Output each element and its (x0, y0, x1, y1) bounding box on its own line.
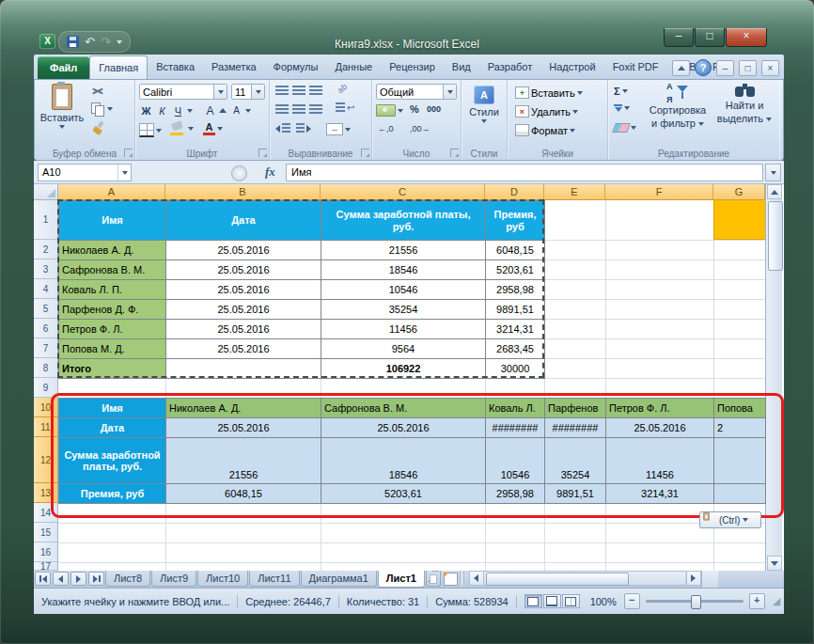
insert-function-icon[interactable]: fx (265, 165, 275, 180)
table1-cell[interactable]: 21556 (321, 241, 486, 260)
view-page-layout-button[interactable] (543, 594, 561, 608)
cut-button[interactable] (91, 86, 104, 97)
align-right-button[interactable] (309, 104, 322, 115)
table2-cell[interactable]: ######## (486, 418, 545, 438)
align-bottom-button[interactable] (309, 86, 322, 96)
tab-review[interactable]: Рецензир (381, 55, 444, 79)
column-header-b[interactable]: B (165, 184, 321, 200)
row-header[interactable]: 9 (34, 378, 58, 398)
tab-formulas[interactable]: Формулы (265, 55, 327, 79)
table1-cell[interactable]: 2958,98 (486, 280, 545, 300)
table1-total-cell[interactable]: 30000 (486, 359, 545, 379)
cell-g1[interactable] (713, 200, 765, 240)
sheet-tab[interactable]: Диаграмма1 (301, 571, 377, 587)
table2-cell[interactable]: 25.05.2016 (321, 418, 486, 438)
sheet-tab[interactable]: Лист10 (197, 571, 248, 587)
prev-sheet-icon[interactable] (53, 572, 69, 586)
table1-cell[interactable]: 3214,31 (486, 320, 545, 339)
bold-button[interactable]: Ж (139, 103, 153, 118)
name-box-dropdown-icon[interactable] (117, 165, 131, 181)
scroll-down-icon[interactable] (767, 556, 782, 571)
number-format-combo[interactable]: Общий (376, 84, 457, 100)
view-normal-button[interactable] (524, 594, 542, 608)
column-header-e[interactable]: E (544, 184, 605, 200)
align-top-button[interactable] (275, 86, 289, 96)
orientation-button[interactable]: ab (336, 82, 349, 95)
sheet-tab[interactable]: Л (426, 571, 441, 587)
tab-home[interactable]: Главная (89, 55, 148, 79)
table1-cell[interactable]: 25.05.2016 (166, 339, 321, 359)
zoom-level[interactable]: 100% (590, 596, 617, 607)
table2-cell[interactable]: 11456 (606, 438, 714, 484)
sort-filter-button[interactable]: АЯ Сортировка и фильтр (644, 84, 712, 144)
table2-cell[interactable]: 10546 (486, 438, 545, 484)
minimize-ribbon-icon[interactable] (672, 60, 690, 76)
row-header[interactable]: 6 (34, 319, 58, 338)
help-icon[interactable]: ? (695, 59, 712, 76)
table2-cell[interactable]: 21556 (166, 438, 321, 484)
table2-cell[interactable]: Николаев А. Д. (166, 399, 321, 418)
paste-button[interactable]: Вставить (40, 84, 84, 144)
table1-cell[interactable]: Коваль Л. П. (59, 280, 166, 300)
row-header[interactable]: 1 (34, 200, 58, 240)
row-header[interactable]: 17 (34, 562, 58, 571)
paste-options-button[interactable]: (Ctrl) (699, 511, 761, 528)
alignment-dialog-launcher-icon[interactable] (361, 149, 369, 157)
font-size-combo[interactable]: 11 (231, 84, 265, 100)
row-header[interactable]: 3 (34, 259, 58, 279)
shrink-font-button[interactable]: А (229, 103, 251, 118)
table2-cell[interactable]: 5203,61 (321, 484, 486, 504)
tab-addins[interactable]: Надстрой (540, 55, 603, 79)
number-dialog-launcher-icon[interactable] (450, 149, 459, 157)
table2-cell[interactable]: 2958,98 (486, 484, 545, 504)
table2-label[interactable]: Дата (59, 418, 166, 438)
decrease-indent-button[interactable] (275, 123, 290, 134)
table1-cell[interactable]: 25.05.2016 (166, 280, 321, 300)
table2-cell[interactable] (714, 438, 766, 484)
last-sheet-icon[interactable] (88, 572, 104, 586)
increase-indent-button[interactable] (296, 123, 311, 134)
zoom-in-button[interactable]: + (749, 593, 765, 609)
formula-input[interactable]: Имя (286, 164, 763, 181)
table2-cell[interactable]: ######## (545, 418, 606, 438)
table1-cell[interactable]: 9564 (321, 339, 486, 359)
table1-cell[interactable]: Парфенов Д. Ф. (59, 300, 166, 320)
view-page-break-button[interactable] (562, 594, 580, 608)
column-header-c[interactable]: C (321, 184, 485, 200)
scroll-right-icon[interactable] (686, 571, 701, 586)
table1-cell[interactable]: 35254 (321, 300, 486, 320)
workbook-close-icon[interactable]: × (761, 60, 779, 76)
vertical-scrollbar[interactable] (765, 184, 782, 571)
row-header[interactable]: 14 (34, 503, 58, 523)
table1-header[interactable]: Сумма заработной платы, руб. (321, 201, 486, 241)
column-header-d[interactable]: D (485, 184, 544, 200)
table2-cell[interactable]: Коваль Л. (486, 399, 545, 418)
table1-total-label[interactable]: Итого (59, 359, 166, 379)
table2-cell[interactable]: 6048,15 (166, 484, 321, 504)
align-middle-button[interactable] (292, 86, 305, 96)
insert-cells-button[interactable]: + Вставить (515, 86, 583, 99)
table2-cell[interactable]: 25.05.2016 (606, 418, 714, 438)
row-header[interactable]: 10 (34, 398, 58, 417)
tab-data[interactable]: Данные (326, 55, 381, 79)
font-dialog-launcher-icon[interactable] (258, 149, 267, 157)
sheet-tab[interactable]: Лист8 (105, 571, 150, 587)
table2-label[interactable]: Имя (59, 399, 166, 418)
merge-center-button[interactable]: ↔ (326, 123, 351, 135)
table2-label[interactable]: Премия, руб (59, 484, 166, 504)
table1-cell[interactable]: 10546 (321, 280, 486, 300)
font-color-button[interactable]: А (203, 122, 223, 135)
zoom-slider[interactable] (646, 600, 744, 603)
column-header-f[interactable]: F (605, 184, 713, 200)
table1-cell[interactable]: 25.05.2016 (166, 241, 321, 260)
scroll-left-icon[interactable] (469, 571, 484, 586)
table2-cell[interactable]: Сафронова В. М. (321, 399, 486, 418)
decrease-decimal-button[interactable]: ,00→ (410, 124, 430, 134)
increase-decimal-button[interactable]: ←,0 (378, 124, 394, 134)
table1-header[interactable]: Дата (166, 201, 321, 241)
table1-header[interactable]: Премия, руб (486, 201, 545, 241)
styles-button[interactable]: А Стили (467, 86, 501, 142)
row-header[interactable]: 15 (34, 523, 58, 542)
tab-view[interactable]: Вид (444, 55, 479, 79)
table2-cell[interactable]: 9891,51 (545, 484, 606, 504)
